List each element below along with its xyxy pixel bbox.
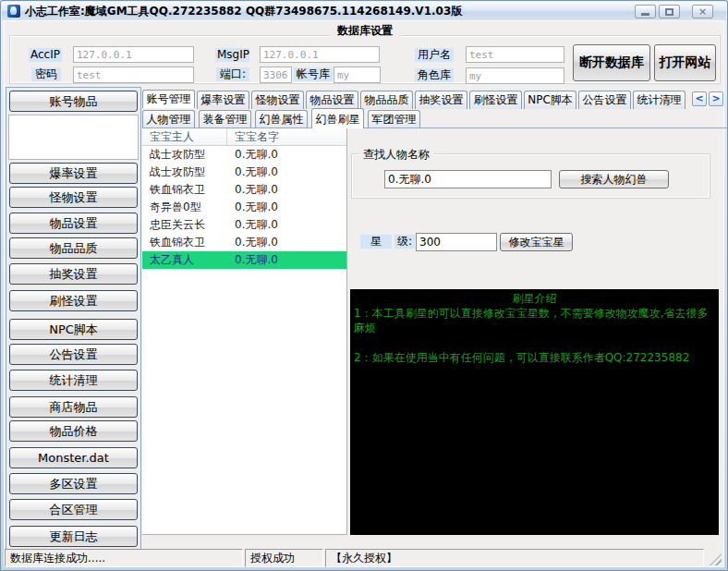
role-db-label: 角色库 xyxy=(415,68,454,82)
tab-legion-manage[interactable]: 军团管理 xyxy=(368,110,420,128)
pet-list-row-selected[interactable]: 太乙真人 0.无聊.0 xyxy=(142,251,346,269)
username-label: 用户名 xyxy=(415,48,454,62)
tab-pet-star[interactable]: 幻兽刷星 xyxy=(311,108,364,128)
sidebar-item-spawn-settings[interactable]: 刷怪设置 xyxy=(9,290,138,311)
pet-name-cell: 0.无聊.0 xyxy=(227,251,346,269)
app-window: 小志工作室:魔域GM工具QQ.272235882 QQ群73498675.114… xyxy=(0,0,728,571)
window-title: 小志工作室:魔域GM工具QQ.272235882 QQ群73498675.114… xyxy=(25,4,462,19)
tab-monster-settings[interactable]: 怪物设置 xyxy=(251,91,304,109)
sidebar-item-shop-items[interactable]: 商店物品 xyxy=(9,396,138,418)
pet-owner-cell: 铁血锦衣卫 xyxy=(142,234,227,251)
tab-scroll-left-button[interactable]: < xyxy=(692,91,707,106)
sidebar-item-monster-settings[interactable]: 怪物设置 xyxy=(9,187,138,208)
search-pet-button[interactable]: 搜索人物幻兽 xyxy=(559,170,669,188)
resize-grip[interactable] xyxy=(710,553,722,565)
password-input[interactable] xyxy=(73,67,194,83)
sidebar-item-item-price[interactable]: 物品价格 xyxy=(9,420,138,442)
console-line-2: 2：如果在使用当中有任何问题，可以直接联系作者QQ:272235882 xyxy=(354,350,715,365)
sidebar-item-stats-cleanup[interactable]: 统计清理 xyxy=(9,370,138,391)
tab-scroll-right-button[interactable]: > xyxy=(709,91,723,106)
sidebar-item-account-items[interactable]: 账号物品 xyxy=(9,91,138,112)
star-level-input[interactable] xyxy=(416,233,497,251)
console-title: 刷星介绍 xyxy=(354,291,715,306)
search-character-group: 查找人物名称 搜索人物幻兽 xyxy=(351,153,710,199)
status-license: 【永久授权】 xyxy=(325,549,704,567)
account-db-label: 帐号库 xyxy=(294,67,333,81)
tab-character-manage[interactable]: 人物管理 xyxy=(142,110,195,128)
tab-spawn-settings[interactable]: 刷怪设置 xyxy=(469,91,522,109)
sidebar: 账号物品 爆率设置 怪物设置 物品设置 物品品质 抽奖设置 刷怪设置 NPC脚本… xyxy=(6,87,141,550)
tab-item-settings[interactable]: 物品设置 xyxy=(306,91,358,109)
star-label: 星 xyxy=(360,235,392,249)
maximize-button[interactable] xyxy=(659,5,680,18)
pet-list-row[interactable]: 战士攻防型 0.无聊.0 xyxy=(142,146,346,164)
msgip-input[interactable] xyxy=(260,46,380,63)
level-label: 级: xyxy=(394,235,415,249)
tab-stats-cleanup[interactable]: 统计清理 xyxy=(633,91,686,109)
main-area: 数据库设置 AccIP MsgIP 用户名 密码 端口: 帐号库 角色库 断开数… xyxy=(4,20,724,567)
search-character-caption: 查找人物名称 xyxy=(359,147,433,163)
pet-list-row[interactable]: 奇异兽0型 0.无聊.0 xyxy=(142,199,346,216)
status-auth: 授权成功 xyxy=(245,549,323,567)
tab-item-quality[interactable]: 物品品质 xyxy=(360,91,413,109)
msgip-label: MsgIP xyxy=(215,48,249,62)
sidebar-item-monster-dat[interactable]: Monster.dat xyxy=(9,447,138,468)
account-db-input[interactable] xyxy=(334,67,381,83)
password-label: 密码 xyxy=(31,67,61,81)
pet-owner-cell: 奇异兽0型 xyxy=(142,199,227,216)
tab-drop-rate[interactable]: 爆率设置 xyxy=(197,91,249,109)
pet-owner-cell: 战士攻防型 xyxy=(142,164,227,181)
port-input[interactable] xyxy=(260,67,292,83)
pet-list: 宝宝主人 宝宝名字 战士攻防型 0.无聊.0 战士攻防型 0.无聊.0 铁血锦衣… xyxy=(142,128,347,535)
sidebar-item-multi-zone[interactable]: 多区设置 xyxy=(9,473,138,494)
pet-name-cell: 0.无聊.0 xyxy=(227,164,346,181)
sidebar-item-announcement[interactable]: 公告设置 xyxy=(9,344,138,365)
accip-input[interactable] xyxy=(73,46,194,63)
sidebar-item-item-settings[interactable]: 物品设置 xyxy=(9,213,138,234)
pet-name-cell: 0.无聊.0 xyxy=(227,216,346,234)
tab-announcement[interactable]: 公告设置 xyxy=(578,91,631,109)
port-label: 端口: xyxy=(216,67,249,81)
db-settings-group: 数据库设置 AccIP MsgIP 用户名 密码 端口: 帐号库 角色库 断开数… xyxy=(9,35,721,84)
pet-owner-cell: 战士攻防型 xyxy=(142,146,227,164)
pet-list-row[interactable]: 铁血锦衣卫 0.无聊.0 xyxy=(142,181,346,199)
pet-list-row[interactable]: 忠臣关云长 0.无聊.0 xyxy=(142,216,346,234)
username-input[interactable] xyxy=(466,46,564,63)
titlebar[interactable]: 小志工作室:魔域GM工具QQ.272235882 QQ群73498675.114… xyxy=(2,2,726,20)
search-character-input[interactable] xyxy=(384,170,552,188)
column-header-owner[interactable]: 宝宝主人 xyxy=(142,128,227,145)
pet-list-row[interactable]: 战士攻防型 0.无聊.0 xyxy=(142,164,346,181)
sidebar-item-item-quality[interactable]: 物品品质 xyxy=(9,237,138,259)
console-line-1: 1：本工具刷星的可以直接修改宝宝星数，不需要修改物攻魔攻,省去很多麻烦 xyxy=(354,306,715,335)
minimize-button[interactable] xyxy=(635,5,656,18)
column-header-pet-name[interactable]: 宝宝名字 xyxy=(227,128,346,145)
open-website-button[interactable]: 打开网站 xyxy=(654,44,716,81)
disconnect-db-button[interactable]: 断开数据库 xyxy=(573,44,650,81)
pet-list-header: 宝宝主人 宝宝名字 xyxy=(142,128,346,146)
pet-name-cell: 0.无聊.0 xyxy=(227,199,346,216)
pet-name-cell: 0.无聊.0 xyxy=(227,146,346,164)
tab-npc-script[interactable]: NPC脚本 xyxy=(524,91,576,109)
role-db-input[interactable] xyxy=(466,67,564,84)
sidebar-item-update-log[interactable]: 更新日志 xyxy=(9,526,138,547)
pet-name-cell: 0.无聊.0 xyxy=(227,234,346,251)
tab-lottery-settings[interactable]: 抽奖设置 xyxy=(415,91,467,109)
sidebar-item-npc-script[interactable]: NPC脚本 xyxy=(9,319,138,340)
tab-equipment-manage[interactable]: 装备管理 xyxy=(199,110,251,128)
sidebar-item-merge-zone[interactable]: 合区管理 xyxy=(9,499,138,520)
accip-label: AccIP xyxy=(29,48,62,62)
pet-name-cell: 0.无聊.0 xyxy=(227,181,346,199)
tab-account-manage[interactable]: 账号管理 xyxy=(142,90,195,108)
close-button[interactable]: × xyxy=(692,5,713,18)
modify-pet-star-button[interactable]: 修改宝宝星 xyxy=(500,233,573,251)
status-db-connection: 数据库连接成功..... xyxy=(5,549,243,567)
sidebar-item-drop-rate[interactable]: 爆率设置 xyxy=(9,163,138,184)
db-settings-caption: 数据库设置 xyxy=(330,23,400,39)
pet-list-row[interactable]: 铁血锦衣卫 0.无聊.0 xyxy=(142,234,346,251)
tab-pet-attributes[interactable]: 幻兽属性 xyxy=(255,110,308,128)
pet-owner-cell: 忠臣关云长 xyxy=(142,216,227,234)
pet-owner-cell: 太乙真人 xyxy=(142,251,227,269)
sidebar-item-lottery-settings[interactable]: 抽奖设置 xyxy=(9,263,138,285)
help-console: 刷星介绍 1：本工具刷星的可以直接修改宝宝星数，不需要修改物攻魔攻,省去很多麻烦… xyxy=(350,289,719,535)
sidebar-blank-panel xyxy=(8,115,139,160)
